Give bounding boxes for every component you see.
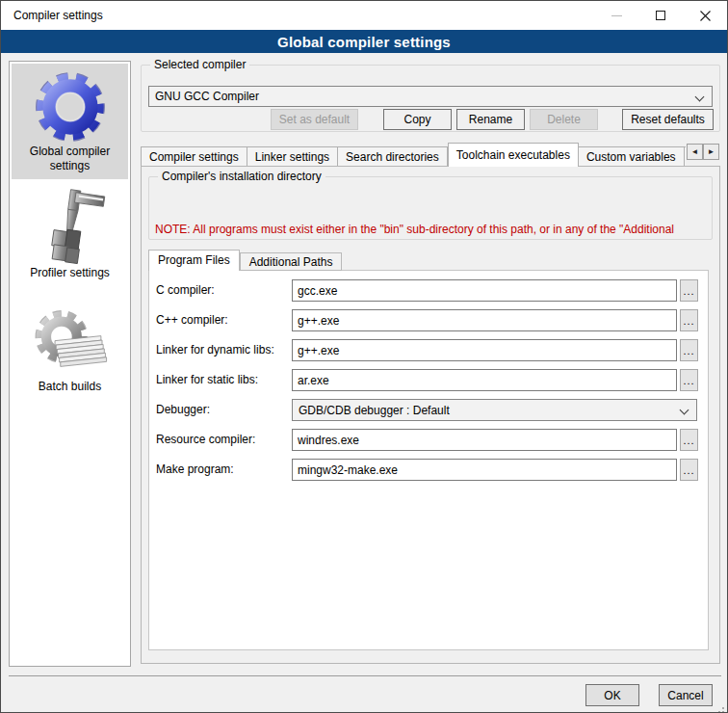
debugger-label: Debugger: <box>156 399 210 421</box>
chevron-down-icon <box>680 406 689 415</box>
maximize-button[interactable] <box>638 1 683 30</box>
form-row-static-linker: Linker for static libs: ... <box>148 369 709 391</box>
close-icon <box>700 11 711 21</box>
sidebar-item-label: Profiler settings <box>17 266 123 280</box>
footer-divider <box>9 675 721 676</box>
gear-blue-icon <box>33 69 108 145</box>
static-linker-label: Linker for static libs: <box>156 369 258 391</box>
make-program-browse-button[interactable]: ... <box>680 459 698 481</box>
maximize-icon <box>656 11 665 20</box>
tab-search-directories[interactable]: Search directories <box>338 146 448 167</box>
title-bar: Compiler settings <box>1 1 727 30</box>
tab-build-options[interactable]: Build options <box>685 146 686 167</box>
caption-buttons <box>594 1 727 30</box>
tab-compiler-settings[interactable]: Compiler settings <box>141 146 247 167</box>
cancel-button[interactable]: Cancel <box>659 684 713 706</box>
sidebar-item-label: Global compiler settings <box>17 145 123 173</box>
c-compiler-browse-button[interactable]: ... <box>680 279 698 302</box>
sidebar-item-label: Batch builds <box>17 380 123 394</box>
sidebar-item-batch-builds[interactable]: Batch builds <box>12 303 128 416</box>
form-row-cpp-compiler: C++ compiler: ... <box>148 309 709 331</box>
tab-scroll-left-button[interactable]: ◄ <box>687 144 703 160</box>
chevron-down-icon <box>695 92 705 102</box>
sidebar-item-global-compiler-settings[interactable]: Global compiler settings <box>12 64 128 179</box>
form-row-dynamic-linker: Linker for dynamic libs: ... <box>148 339 709 361</box>
compiler-settings-dialog: Compiler settings Global compiler settin… <box>0 0 728 713</box>
set-as-default-button[interactable]: Set as default <box>271 109 358 130</box>
dialog-header: Global compiler settings <box>1 30 727 53</box>
form-row-debugger: Debugger: GDB/CDB debugger : Default <box>148 399 709 421</box>
cpp-compiler-label: C++ compiler: <box>156 309 228 331</box>
installation-directory-group-title: Compiler's installation directory <box>158 170 325 183</box>
arrow-left-icon: ◄ <box>691 147 699 156</box>
reset-defaults-button[interactable]: Reset defaults <box>622 109 714 130</box>
rename-button[interactable]: Rename <box>456 109 525 130</box>
gear-stack-icon <box>31 303 110 380</box>
resize-grip[interactable] <box>722 707 724 709</box>
close-button[interactable] <box>683 1 727 30</box>
form-row-c-compiler: C compiler: ... <box>148 279 709 302</box>
resource-compiler-label: Resource compiler: <box>156 429 255 451</box>
cpp-compiler-browse-button[interactable]: ... <box>680 309 698 331</box>
minimize-button[interactable] <box>594 1 638 30</box>
form-row-resource-compiler: Resource compiler: ... <box>148 429 709 451</box>
resource-compiler-browse-button[interactable]: ... <box>680 429 698 451</box>
dynamic-linker-label: Linker for dynamic libs: <box>156 339 274 361</box>
tab-toolchain-executables[interactable]: Toolchain executables <box>448 143 579 167</box>
static-linker-input[interactable] <box>292 369 677 391</box>
dynamic-linker-browse-button[interactable]: ... <box>680 339 698 361</box>
window-title: Compiler settings <box>13 1 103 30</box>
settings-tabstrip: Compiler settings Linker settings Search… <box>141 143 686 167</box>
ok-button[interactable]: OK <box>585 684 639 706</box>
subtab-program-files[interactable]: Program Files <box>148 250 240 271</box>
static-linker-browse-button[interactable]: ... <box>680 369 698 391</box>
tab-linker-settings[interactable]: Linker settings <box>247 146 338 167</box>
copy-button[interactable]: Copy <box>383 109 452 130</box>
resource-compiler-input[interactable] <box>292 429 677 451</box>
c-compiler-input[interactable] <box>292 279 677 302</box>
program-files-subtabs: Program Files Additional Paths <box>148 250 342 271</box>
tab-custom-variables[interactable]: Custom variables <box>579 146 685 167</box>
dialog-header-title: Global compiler settings <box>277 34 451 50</box>
bin-subdirectory-note: NOTE: All programs must exist either in … <box>155 223 706 236</box>
minimize-icon <box>611 15 622 16</box>
subtab-additional-paths[interactable]: Additional Paths <box>240 252 343 271</box>
debugger-select[interactable]: GDB/CDB debugger : Default <box>292 399 697 421</box>
dynamic-linker-input[interactable] <box>292 339 677 361</box>
caliper-icon <box>35 185 106 266</box>
form-row-make-program: Make program: ... <box>148 459 709 481</box>
delete-button[interactable]: Delete <box>530 109 598 130</box>
compiler-select[interactable]: GNU GCC Compiler <box>148 86 713 107</box>
make-program-label: Make program: <box>156 459 234 481</box>
compiler-select-value: GNU GCC Compiler <box>155 90 259 103</box>
tab-scroll-right-button[interactable]: ► <box>703 144 719 160</box>
c-compiler-label: C compiler: <box>156 279 215 302</box>
sidebar-item-profiler-settings[interactable]: Profiler settings <box>12 185 128 291</box>
settings-category-list: Global compiler settings <box>9 61 131 667</box>
selected-compiler-group-title: Selected compiler <box>150 58 249 71</box>
arrow-right-icon: ► <box>708 147 715 156</box>
debugger-select-value: GDB/CDB debugger : Default <box>299 404 450 417</box>
make-program-input[interactable] <box>292 459 677 481</box>
cpp-compiler-input[interactable] <box>292 309 677 331</box>
